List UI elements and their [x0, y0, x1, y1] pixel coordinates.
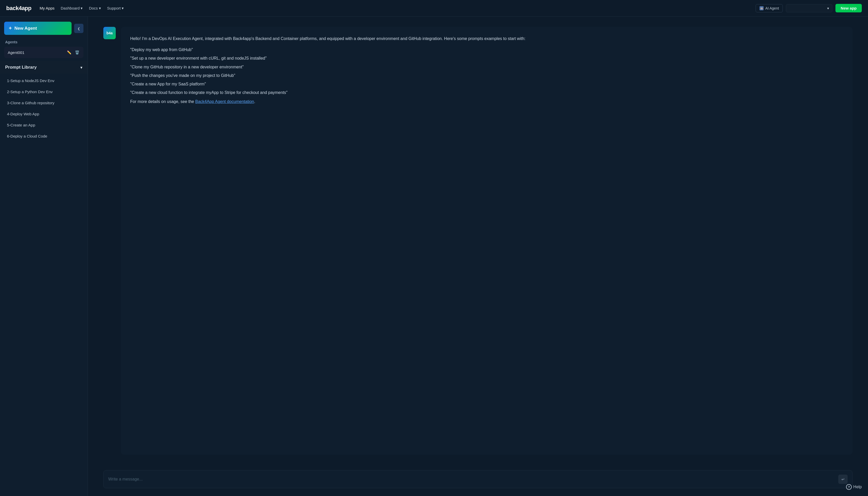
agent-edit-button[interactable]: ✏️ — [66, 50, 72, 55]
nav-link-dashboard[interactable]: Dashboard — [61, 6, 83, 11]
prompt-example-1: "Deploy my web app from GitHub" — [130, 46, 843, 53]
prompt-item-5[interactable]: 5-Create an App — [0, 120, 88, 130]
prompt-library-header[interactable]: Prompt Library — [0, 61, 88, 74]
main-layout: New Agent Agents Agent001 ✏️ 🗑️ Prompt L… — [0, 16, 868, 496]
message-input[interactable] — [108, 477, 835, 482]
footer-suffix: . — [254, 99, 255, 104]
message-text: Hello! I'm a DevOps AI Execution Agent, … — [130, 35, 843, 105]
dashboard-chevron-icon — [80, 6, 83, 11]
agent-delete-button[interactable]: 🗑️ — [74, 50, 80, 55]
nav-link-support[interactable]: Support — [107, 6, 124, 11]
navbar: back4app My Apps Dashboard Docs Support … — [0, 0, 868, 16]
help-label: Help — [853, 485, 862, 489]
prompt-example-3: "Clone my GitHub repository in a new dev… — [130, 63, 843, 71]
navbar-actions: 🤖 AI Agent New app — [755, 4, 862, 12]
prompt-example-2: "Set up a new developer environment with… — [130, 55, 843, 62]
footer-prefix: For more details on usage, see the — [130, 99, 195, 104]
message-bubble: Hello! I'm a DevOps AI Execution Agent, … — [121, 27, 853, 455]
footer-link[interactable]: Back4App Agent documentation — [195, 99, 254, 104]
app-selector-chevron-icon — [827, 6, 829, 10]
input-area: ↵ — [88, 465, 868, 496]
prompt-library-title: Prompt Library — [5, 65, 37, 70]
help-button[interactable]: ? Help — [846, 484, 862, 490]
nav-links: My Apps Dashboard Docs Support — [40, 6, 748, 11]
prompt-item-4[interactable]: 4-Deploy Web App — [0, 108, 88, 120]
prompt-item-3[interactable]: 3-Clone a Github repository — [0, 97, 88, 108]
agents-section: Agents Agent001 ✏️ 🗑️ — [0, 40, 88, 61]
app-selector[interactable] — [786, 4, 832, 12]
ai-agent-icon: 🤖 — [760, 6, 764, 10]
message-prompts: "Deploy my web app from GitHub" "Set up … — [130, 46, 843, 96]
prompt-item-1[interactable]: 1-Setup a NodeJS Dev Env — [0, 75, 88, 86]
message-input-wrapper: ↵ — [103, 470, 853, 488]
avatar: b4a — [103, 27, 116, 39]
prompt-example-4: "Push the changes you've made on my proj… — [130, 72, 843, 79]
collapse-sidebar-button[interactable] — [74, 24, 84, 33]
chat-area: b4a Hello! I'm a DevOps AI Execution Age… — [88, 16, 868, 465]
plus-icon — [9, 25, 12, 31]
sidebar: New Agent Agents Agent001 ✏️ 🗑️ Prompt L… — [0, 16, 88, 496]
nav-link-docs[interactable]: Docs — [89, 6, 101, 11]
prompt-library-items: 1-Setup a NodeJS Dev Env 2-Setup a Pytho… — [0, 74, 88, 143]
logo: back4app — [6, 5, 31, 12]
prompt-item-6[interactable]: 6-Deploy a Cloud Code — [0, 130, 88, 142]
agent-item[interactable]: Agent001 ✏️ 🗑️ — [4, 47, 84, 58]
prompt-example-6: "Create a new cloud function to integrat… — [130, 89, 843, 96]
ai-agent-button[interactable]: 🤖 AI Agent — [755, 4, 783, 12]
main-content: b4a Hello! I'm a DevOps AI Execution Age… — [88, 16, 868, 496]
prompt-item-2[interactable]: 2-Setup a Python Dev Env — [0, 86, 88, 97]
help-icon: ? — [846, 484, 852, 490]
nav-link-myapps[interactable]: My Apps — [40, 6, 55, 10]
sidebar-top: New Agent — [0, 16, 88, 40]
agents-label: Agents — [4, 40, 84, 44]
docs-chevron-icon — [99, 6, 101, 11]
new-app-button[interactable]: New app — [836, 4, 862, 12]
avatar-column: b4a — [103, 27, 116, 455]
agent-actions: ✏️ 🗑️ — [66, 50, 80, 55]
prompt-library-section: Prompt Library 1-Setup a NodeJS Dev Env … — [0, 61, 88, 146]
message-footer: For more details on usage, see the Back4… — [130, 98, 843, 105]
prompt-example-5: "Create a new App for my SaaS platform" — [130, 80, 843, 88]
agent-name: Agent001 — [8, 50, 24, 55]
new-agent-button[interactable]: New Agent — [4, 22, 72, 35]
send-button[interactable]: ↵ — [838, 475, 848, 484]
support-chevron-icon — [122, 6, 124, 11]
message-intro: Hello! I'm a DevOps AI Execution Agent, … — [130, 35, 843, 42]
chevron-left-icon — [77, 26, 80, 30]
prompt-library-chevron-icon — [80, 65, 83, 70]
